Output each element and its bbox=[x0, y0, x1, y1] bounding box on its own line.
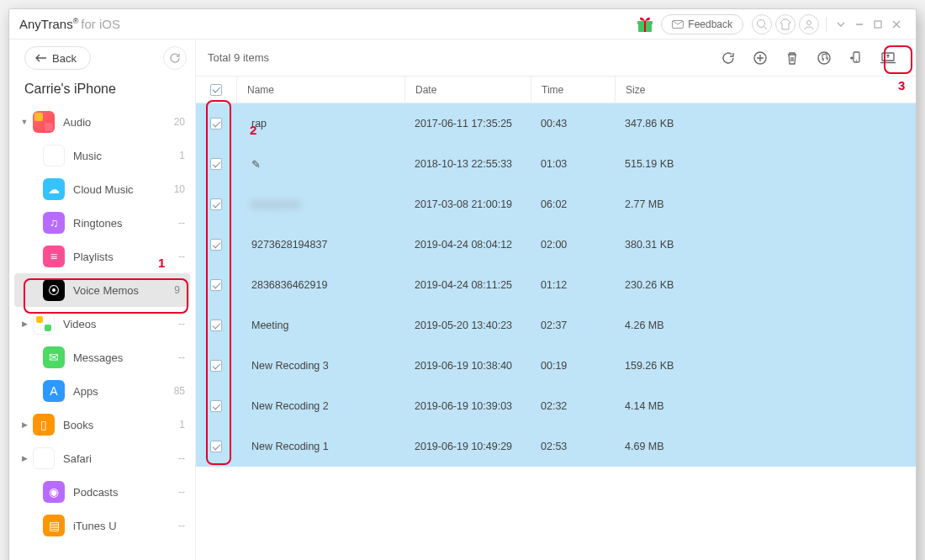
row-checkbox[interactable] bbox=[210, 400, 222, 412]
sidebar-item-apps[interactable]: AApps85 bbox=[9, 374, 195, 408]
row-checkbox[interactable] bbox=[210, 158, 222, 170]
sidebar-item-music[interactable]: ♪Music1 bbox=[9, 139, 195, 172]
sidebar-item-label: Voice Memos bbox=[73, 284, 139, 297]
table-row[interactable]: 28368364629192019-04-24 08:11:2501:12230… bbox=[196, 265, 916, 305]
table-row[interactable]: New Recoding 32019-06-19 10:38:4000:1915… bbox=[196, 346, 916, 386]
table-row[interactable]: New Recoding 22019-06-19 10:39:0302:324.… bbox=[196, 386, 916, 426]
chevron-down-icon[interactable] bbox=[832, 16, 849, 33]
arrow-left-icon bbox=[35, 54, 47, 62]
cell-name: 9273628194837 bbox=[251, 239, 327, 251]
shirt-icon[interactable] bbox=[775, 14, 796, 34]
device-name: Carrie's iPhone bbox=[9, 77, 195, 105]
refresh-button[interactable] bbox=[716, 45, 741, 71]
sidebar-item-label: Books bbox=[63, 419, 93, 431]
sidebar-item-label: Audio bbox=[63, 116, 91, 129]
to-device-button[interactable] bbox=[843, 45, 869, 71]
cell-size: 4.69 MB bbox=[615, 441, 716, 452]
sidebar-item-count: -- bbox=[178, 452, 185, 464]
sidebar-item-cloud-music[interactable]: ☁Cloud Music10 bbox=[9, 172, 195, 206]
table-row[interactable]: Meeting2019-05-20 13:40:2302:374.26 MB bbox=[196, 305, 916, 346]
col-header-name[interactable]: Name bbox=[236, 77, 404, 103]
cell-size: 4.14 MB bbox=[615, 400, 716, 412]
sidebar-item-count: 20 bbox=[174, 116, 185, 128]
cell-time: 00:19 bbox=[531, 360, 615, 372]
total-items-label: Total 9 items bbox=[208, 51, 269, 64]
row-checkbox[interactable] bbox=[210, 198, 222, 210]
row-checkbox[interactable] bbox=[210, 279, 222, 291]
cell-size: 4.26 MB bbox=[615, 320, 716, 331]
sidebar-item-safari[interactable]: ▶◎Safari-- bbox=[9, 441, 195, 475]
row-checkbox[interactable] bbox=[210, 441, 222, 452]
cell-date: 2019-06-19 10:39:03 bbox=[404, 400, 531, 412]
table-row[interactable]: xxxxxxxx2017-03-08 21:00:1906:022.77 MB bbox=[196, 184, 916, 225]
table-row[interactable]: 92736281948372019-04-24 08:04:1202:00380… bbox=[196, 225, 916, 265]
svg-rect-8 bbox=[875, 21, 881, 28]
sidebar-item-messages[interactable]: ✉Messages-- bbox=[9, 341, 195, 374]
row-checkbox[interactable] bbox=[210, 239, 222, 251]
sidebar-item-label: Ringtones bbox=[73, 217, 123, 230]
sidebar-item-podcasts[interactable]: ◉Podcasts-- bbox=[9, 475, 195, 509]
music-icon: ♪ bbox=[43, 145, 65, 166]
pod-icon: ◉ bbox=[43, 481, 65, 503]
maximize-icon[interactable] bbox=[870, 16, 886, 33]
delete-button[interactable] bbox=[780, 45, 805, 71]
sidebar-item-label: iTunes U bbox=[73, 520, 117, 532]
cell-date: 2018-10-13 22:55:33 bbox=[404, 158, 531, 170]
main-panel: Total 9 items Name Date Time Size rap201… bbox=[196, 40, 916, 560]
table-row[interactable]: rap2017-06-11 17:35:2500:43347.86 KB bbox=[196, 103, 916, 144]
to-itunes-button[interactable] bbox=[811, 45, 837, 71]
row-checkbox[interactable] bbox=[210, 118, 222, 129]
sidebar-item-label: Podcasts bbox=[73, 486, 118, 499]
table-row[interactable]: New Recoding 12019-06-19 10:49:2902:534.… bbox=[196, 426, 916, 467]
sidebar-item-count: 10 bbox=[174, 183, 185, 195]
sidebar-item-videos[interactable]: ▶Videos-- bbox=[9, 307, 195, 341]
add-button[interactable] bbox=[748, 45, 773, 71]
sidebar-item-count: 1 bbox=[179, 150, 185, 161]
cell-date: 2019-05-20 13:40:23 bbox=[404, 320, 531, 331]
feedback-button[interactable]: Feedback bbox=[661, 14, 743, 34]
row-checkbox[interactable] bbox=[210, 360, 222, 372]
safari-icon: ◎ bbox=[33, 447, 55, 469]
cell-size: 230.26 KB bbox=[615, 279, 716, 291]
search-icon[interactable] bbox=[752, 14, 772, 34]
sidebar-item-count: 1 bbox=[179, 419, 185, 431]
select-all-checkbox[interactable] bbox=[210, 84, 222, 96]
col-header-time[interactable]: Time bbox=[531, 77, 615, 103]
sidebar-item-count: -- bbox=[178, 251, 185, 262]
sidebar-item-audio[interactable]: ▼Audio20 bbox=[9, 105, 195, 139]
row-checkbox[interactable] bbox=[210, 320, 222, 331]
pencil-icon: ✎ bbox=[251, 159, 261, 171]
user-icon[interactable] bbox=[799, 14, 819, 34]
cell-name: xxxxxxxx bbox=[251, 198, 300, 210]
sidebar-item-ringtones[interactable]: ♫Ringtones-- bbox=[9, 206, 195, 240]
cell-time: 02:37 bbox=[531, 320, 615, 331]
sidebar: Back Carrie's iPhone ▼Audio20♪Music1☁Clo… bbox=[9, 40, 196, 560]
sidebar-item-itunes-u[interactable]: ▤iTunes U-- bbox=[9, 509, 195, 542]
sidebar-item-books[interactable]: ▶▯Books1 bbox=[9, 408, 195, 441]
cell-size: 2.77 MB bbox=[615, 198, 716, 210]
minimize-icon[interactable] bbox=[851, 16, 868, 33]
sidebar-item-label: Apps bbox=[73, 385, 98, 398]
back-button[interactable]: Back bbox=[24, 46, 91, 70]
cloud-icon: ☁ bbox=[43, 178, 65, 200]
sidebar-item-playlists[interactable]: ≡Playlists-- bbox=[9, 240, 195, 273]
sidebar-item-count: -- bbox=[178, 318, 185, 330]
cell-size: 515.19 KB bbox=[615, 158, 716, 170]
col-header-size[interactable]: Size bbox=[615, 77, 716, 103]
col-header-date[interactable]: Date bbox=[404, 77, 531, 103]
sidebar-refresh-button[interactable] bbox=[163, 46, 187, 70]
svg-rect-2 bbox=[644, 21, 646, 32]
cell-name: New Recoding 1 bbox=[251, 441, 329, 452]
audio-icon bbox=[33, 111, 55, 133]
sidebar-item-count: -- bbox=[178, 486, 185, 498]
to-computer-button[interactable] bbox=[875, 45, 901, 71]
gift-icon[interactable] bbox=[634, 13, 656, 35]
svg-point-6 bbox=[807, 20, 811, 24]
close-icon[interactable] bbox=[888, 16, 905, 33]
sidebar-item-count: 9 bbox=[174, 284, 180, 296]
cell-size: 380.31 KB bbox=[615, 239, 716, 251]
app-window: AnyTrans®for iOS Feedback Back bbox=[8, 8, 917, 560]
sidebar-item-count: -- bbox=[178, 351, 185, 363]
table-row[interactable]: ✎2018-10-13 22:55:3301:03515.19 KB bbox=[196, 144, 916, 184]
sidebar-item-voice-memos[interactable]: ⦿Voice Memos9 bbox=[14, 273, 190, 307]
